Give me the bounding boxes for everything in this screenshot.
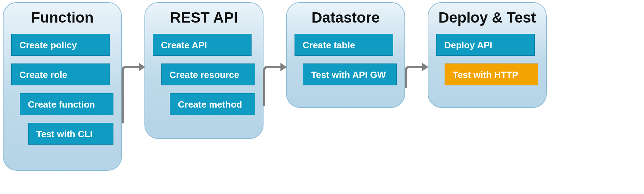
step-test-with-http: Test with HTTP: [445, 63, 538, 85]
step-create-api: Create API: [153, 34, 252, 56]
stage-title: Function: [11, 9, 113, 26]
step-create-resource: Create resource: [161, 63, 255, 85]
step-test-with-cli: Test with CLI: [28, 123, 113, 145]
stage-title: REST API: [153, 9, 255, 26]
stage-rest-api: REST API Create API Create resource Crea…: [144, 2, 264, 139]
step-create-table: Create table: [295, 34, 393, 56]
stage-datastore: Datastore Create table Test with API GW: [286, 2, 405, 108]
arrow-3-to-4: [404, 56, 430, 92]
step-test-with-api-gw: Test with API GW: [303, 63, 397, 85]
arrow-1-to-2: [121, 56, 147, 127]
arrow-2-to-3: [263, 56, 288, 109]
step-create-policy: Create policy: [11, 34, 110, 56]
stage-title: Datastore: [295, 9, 397, 26]
stage-function: Function Create policy Create role Creat…: [3, 2, 122, 171]
step-create-function: Create function: [20, 93, 113, 115]
step-create-method: Create method: [170, 93, 255, 115]
step-deploy-api: Deploy API: [436, 34, 535, 56]
stage-deploy-test: Deploy & Test Deploy API Test with HTTP: [428, 2, 547, 108]
step-create-role: Create role: [11, 63, 110, 85]
stage-title: Deploy & Test: [436, 9, 538, 26]
